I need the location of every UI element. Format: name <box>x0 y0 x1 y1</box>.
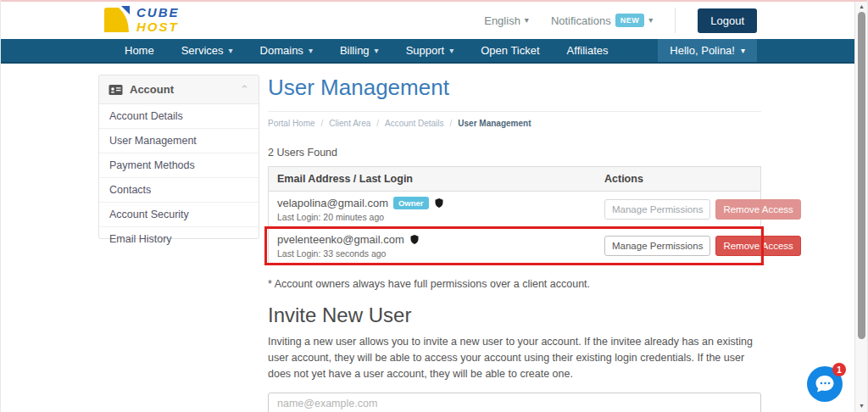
scroll-down-icon[interactable]: ▼ <box>855 403 868 409</box>
last-login: Last Login: 33 seconds ago <box>277 248 587 259</box>
table-row-owner: velapolina@gmail.com Owner Last Login: 2… <box>269 192 760 228</box>
language-label: English <box>484 14 520 27</box>
sidebar-header-account[interactable]: Account ⌃ <box>99 75 259 104</box>
new-badge: NEW <box>615 14 645 27</box>
language-dropdown[interactable]: English ▾ <box>484 14 529 27</box>
sidebar-item-account-security[interactable]: Account Security <box>99 203 259 227</box>
sidebar-item-account-details[interactable]: Account Details <box>99 104 259 129</box>
caret-down-icon: ▾ <box>525 16 529 25</box>
last-login: Last Login: 20 minutes ago <box>277 212 587 222</box>
top-accent-line <box>1 0 867 2</box>
chevron-up-icon: ⌃ <box>240 83 249 96</box>
breadcrumb-separator: / <box>450 119 453 128</box>
sidebar-item-email-history[interactable]: Email History <box>99 227 259 251</box>
chat-widget-button[interactable]: 1 <box>807 366 843 402</box>
sidebar-title: Account <box>130 83 174 96</box>
page-title: User Management <box>268 75 761 112</box>
column-header-actions: Actions <box>596 167 760 191</box>
breadcrumb-user-management: User Management <box>458 119 531 128</box>
chat-unread-badge: 1 <box>832 363 846 376</box>
user-menu-label: Hello, Polina! <box>670 44 735 57</box>
caret-down-icon: ▾ <box>741 47 745 55</box>
remove-access-button[interactable]: Remove Access <box>715 199 800 220</box>
scrollbar-thumb[interactable] <box>858 12 865 339</box>
logo-text-host: HOST <box>136 20 180 33</box>
users-found-count: 2 Users Found <box>268 147 761 159</box>
scrollbar[interactable]: ▲ ▼ <box>854 0 867 412</box>
notifications-label: Notifications <box>551 14 611 27</box>
notifications-dropdown[interactable]: Notifications NEW ▾ <box>551 14 653 27</box>
sidebar: Account ⌃ Account Details User Managemen… <box>98 75 259 239</box>
manage-permissions-button[interactable]: Manage Permissions <box>604 199 710 220</box>
breadcrumb-separator: / <box>376 119 379 128</box>
user-email: velapolina@gmail.com <box>277 197 388 209</box>
nav-open-ticket[interactable]: Open Ticket <box>467 39 553 62</box>
invite-email-input[interactable] <box>268 393 761 412</box>
breadcrumb-portal-home[interactable]: Portal Home <box>268 119 315 128</box>
caret-down-icon: ▾ <box>309 47 313 55</box>
owner-badge: Owner <box>393 197 429 209</box>
cubehost-logo[interactable]: CUBE HOST <box>101 4 180 35</box>
logo-text-cube: CUBE <box>136 6 180 19</box>
page: CUBE HOST English ▾ Notifications NEW ▾ … <box>0 0 868 412</box>
header-divider <box>675 8 676 33</box>
main-panel: User Management Portal Home / Client Are… <box>268 75 761 412</box>
shield-icon <box>434 198 444 209</box>
shield-icon <box>409 234 420 245</box>
column-header-email: Email Address / Last Login <box>269 167 596 191</box>
remove-access-button[interactable]: Remove Access <box>715 236 800 256</box>
scroll-up-icon[interactable]: ▲ <box>855 3 868 9</box>
caret-down-icon: ▾ <box>449 47 453 55</box>
breadcrumb: Portal Home / Client Area / Account Deta… <box>268 119 761 128</box>
nav-affiliates[interactable]: Affiliates <box>554 39 622 62</box>
user-menu[interactable]: Hello, Polina! ▾ <box>658 39 757 62</box>
caret-down-icon: ▾ <box>229 47 233 55</box>
caret-down-icon: ▾ <box>648 16 653 25</box>
invite-description: Inviting a new user allows you to invite… <box>268 334 761 381</box>
sidebar-item-contacts[interactable]: Contacts <box>99 178 259 203</box>
table-header-row: Email Address / Last Login Actions <box>269 167 760 192</box>
manage-permissions-button[interactable]: Manage Permissions <box>604 236 710 256</box>
breadcrumb-separator: / <box>321 119 324 128</box>
cubehost-logo-icon <box>101 4 131 35</box>
users-table: Email Address / Last Login Actions velap… <box>268 166 761 264</box>
table-row-invited-user: pvelenteenko@gmail.com Last Login: 33 se… <box>269 228 760 264</box>
breadcrumb-client-area[interactable]: Client Area <box>329 119 370 128</box>
logout-button[interactable]: Logout <box>698 8 757 33</box>
sidebar-item-user-management[interactable]: User Management <box>99 129 259 153</box>
owners-note: * Account owners always have full permis… <box>268 278 761 290</box>
invite-section-title: Invite New User <box>268 303 761 327</box>
nav-billing[interactable]: Billing▾ <box>326 39 392 62</box>
sidebar-item-payment-methods[interactable]: Payment Methods <box>99 153 259 178</box>
id-card-icon <box>108 84 123 96</box>
nav-domains[interactable]: Domains▾ <box>247 39 326 62</box>
site-header: CUBE HOST English ▾ Notifications NEW ▾ … <box>1 2 867 39</box>
main-nav: Home Services▾ Domains▾ Billing▾ Support… <box>1 39 867 64</box>
nav-support[interactable]: Support▾ <box>392 39 468 62</box>
user-email: pvelenteenko@gmail.com <box>277 233 404 246</box>
nav-services[interactable]: Services▾ <box>168 39 247 62</box>
breadcrumb-account-details[interactable]: Account Details <box>385 119 443 128</box>
caret-down-icon: ▾ <box>375 47 379 55</box>
nav-home[interactable]: Home <box>111 39 168 62</box>
